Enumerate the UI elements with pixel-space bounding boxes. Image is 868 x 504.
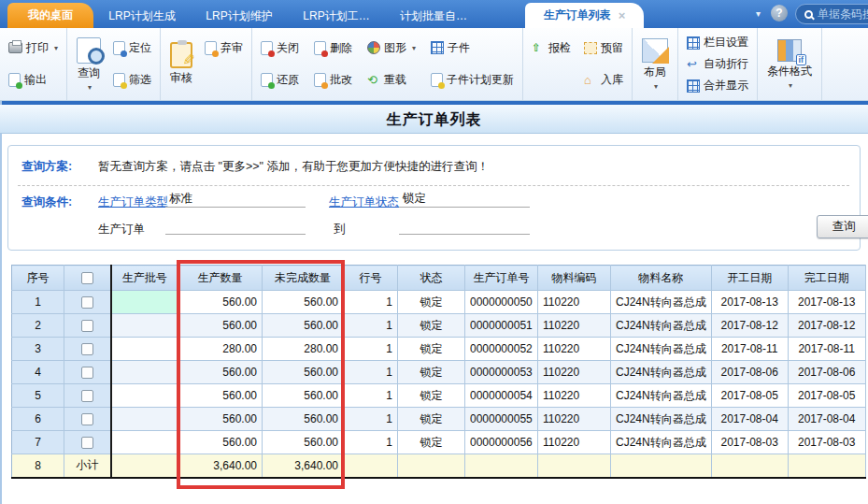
subtotal-unfinished-qty: 3,640.00 — [263, 454, 344, 478]
unaudit-icon — [205, 41, 217, 55]
top-tab-bar: 我的桌面 LRP计划生成 LRP计划维护 LRP计划工… 计划批量自… 生产订单… — [0, 0, 868, 28]
row-checkbox[interactable] — [81, 367, 93, 379]
header-row: 序号 生产批号 生产数量 未完成数量 行号 状态 生产订单号 物料编码 物料名称… — [12, 266, 866, 291]
query-scheme-hint: 暂无查询方案，请点击 "更多>>" 添加，有助于您更加方便快捷的进行查询！ — [98, 159, 489, 175]
tab-plan-batch[interactable]: 计划批量自… — [385, 4, 482, 28]
locate-icon — [113, 41, 125, 55]
pie-chart-icon — [367, 41, 380, 54]
tab-production-order-list[interactable]: 生产订单列表 × — [525, 3, 644, 28]
query-panel: 查询方案: 暂无查询方案，请点击 "更多>>" 添加，有助于您更加方便快捷的进行… — [7, 145, 861, 251]
group-conditional-format: 条件格式 ▾ — [758, 28, 822, 100]
tab-lrp-plan-maintain[interactable]: LRP计划维护 — [191, 4, 288, 28]
unaudit-button[interactable]: 弃审 — [202, 38, 246, 58]
col-header-line-no: 行号 — [344, 266, 398, 291]
order-status-label-link[interactable]: 生产订单状态 — [329, 194, 399, 210]
conditional-format-dropdown-icon[interactable]: ▾ — [789, 81, 792, 90]
help-icon[interactable]: ? — [771, 5, 788, 22]
conditional-format-icon — [777, 39, 802, 62]
query-dropdown-icon[interactable]: ▾ — [88, 83, 92, 92]
ribbon-toolbar: 打印 ▾ 输出 查询 ▾ 定位 筛选 — [0, 28, 868, 101]
reserve-button[interactable]: 预留 — [581, 38, 626, 58]
row-checkbox[interactable] — [81, 413, 93, 425]
filter-button[interactable]: 筛选 — [110, 70, 154, 90]
table-row: 4 560.00 560.00 1 锁定 0000000053 110220 C… — [12, 361, 866, 384]
filter-funnel-icon — [113, 73, 125, 87]
audit-button[interactable]: 审核 — [166, 32, 196, 96]
warehouse-in-button[interactable]: ⌂ 入库 — [581, 70, 626, 90]
print-button[interactable]: 打印 ▾ — [6, 38, 61, 58]
reserve-icon — [584, 42, 597, 54]
selected-cell[interactable] — [111, 291, 178, 314]
close-order-button[interactable]: 关闭 — [258, 38, 302, 58]
order-type-label-link[interactable]: 生产订单类型 — [98, 194, 168, 210]
export-button[interactable]: 输出 — [6, 70, 61, 90]
auto-wrap-button[interactable]: ↩ 自动折行 — [684, 54, 751, 74]
row-checkbox[interactable] — [81, 296, 93, 309]
group-audit: 审核 弃审 — [161, 28, 252, 100]
child-parts-button[interactable]: 子件 — [428, 38, 517, 58]
query-icon — [77, 37, 101, 64]
print-dropdown-icon[interactable]: ▾ — [54, 44, 58, 52]
row-checkbox[interactable] — [81, 343, 93, 355]
subtotal-qty: 3,640.00 — [178, 454, 263, 478]
order-type-input[interactable]: 标准 — [165, 191, 306, 208]
child-plan-update-button[interactable]: 子件计划更新 — [428, 70, 517, 90]
row-checkbox[interactable] — [81, 320, 93, 332]
table-row: 2 560.00 560.00 1 锁定 0000000051 110220 C… — [12, 314, 866, 338]
column-settings-icon — [687, 36, 700, 50]
group-display: 栏目设置 ↩ 自动折行 合并显示 — [678, 28, 758, 100]
graph-button[interactable]: 图形 ▾ — [364, 38, 419, 58]
layout-button[interactable]: 布局 ▾ — [638, 32, 672, 96]
col-header-seq: 序号 — [12, 266, 64, 291]
merge-display-button[interactable]: 合并显示 — [684, 76, 751, 95]
group-layout: 布局 ▾ — [633, 28, 678, 100]
table-row: 7 560.00 560.00 1 锁定 0000000056 110220 C… — [12, 431, 866, 454]
divider — [18, 185, 849, 186]
tab-my-desktop[interactable]: 我的桌面 — [7, 3, 93, 28]
col-header-order-no: 生产订单号 — [465, 266, 538, 291]
locate-button[interactable]: 定位 — [110, 38, 154, 58]
layout-dropdown-icon[interactable]: ▾ — [654, 82, 658, 91]
column-settings-button[interactable]: 栏目设置 — [684, 33, 751, 52]
group-dispatch: ⇧ 报检 预留 ⌂ 入库 — [523, 28, 633, 100]
tab-overflow-chevron-icon[interactable]: ▾ — [756, 8, 761, 19]
tab-lrp-plan-work[interactable]: LRP计划工… — [288, 4, 385, 28]
inspect-button[interactable]: ⇧ 报检 — [529, 38, 574, 58]
restore-button[interactable]: 还原 — [258, 70, 302, 90]
search-icon — [804, 10, 813, 19]
close-tab-icon[interactable]: × — [619, 8, 626, 22]
table-row: 3 280.00 280.00 1 锁定 0000000052 110220 C… — [12, 338, 866, 361]
conditional-format-button[interactable]: 条件格式 ▾ — [763, 32, 816, 96]
batch-edit-button[interactable]: 批改 — [311, 70, 355, 90]
col-header-material-name: 物料名称 — [611, 266, 712, 291]
restore-icon — [261, 73, 273, 87]
select-all-checkbox[interactable] — [81, 272, 93, 284]
query-submit-button[interactable]: 查询 — [817, 215, 868, 238]
auto-wrap-icon: ↩ — [687, 58, 700, 71]
delete-button[interactable]: 删除 — [311, 38, 355, 58]
col-header-select-all[interactable] — [64, 266, 111, 291]
order-status-input[interactable]: 锁定 — [399, 191, 530, 208]
audit-clipboard-icon — [170, 42, 192, 68]
query-scheme-label: 查询方案: — [21, 159, 72, 175]
order-label: 生产订单 — [98, 222, 145, 238]
window-left-border — [0, 101, 2, 504]
order-from-input[interactable] — [165, 218, 306, 235]
child-plan-update-icon — [431, 73, 443, 87]
col-header-start-date: 开工日期 — [711, 266, 788, 291]
group-query: 查询 ▾ 定位 筛选 — [67, 28, 161, 100]
inspect-arrow-icon: ⇧ — [532, 41, 545, 54]
col-header-status: 状态 — [398, 266, 465, 291]
order-to-input[interactable] — [399, 218, 530, 235]
tab-label: 生产订单列表 — [544, 7, 611, 23]
tab-lrp-plan-generate[interactable]: LRP计划生成 — [93, 4, 191, 28]
table-row: 1 560.00 560.00 1 锁定 0000000050 110220 C… — [12, 291, 866, 314]
row-checkbox[interactable] — [81, 390, 93, 402]
delete-icon — [314, 41, 326, 55]
barcode-search-input[interactable]: 单据条码搜索 — [795, 4, 868, 24]
search-placeholder: 单据条码搜索 — [818, 7, 868, 22]
graph-dropdown-icon[interactable]: ▾ — [412, 44, 416, 52]
query-button[interactable]: 查询 ▾ — [73, 32, 105, 96]
row-checkbox[interactable] — [81, 437, 93, 449]
reload-button[interactable]: ⟲ 重载 — [364, 70, 419, 90]
